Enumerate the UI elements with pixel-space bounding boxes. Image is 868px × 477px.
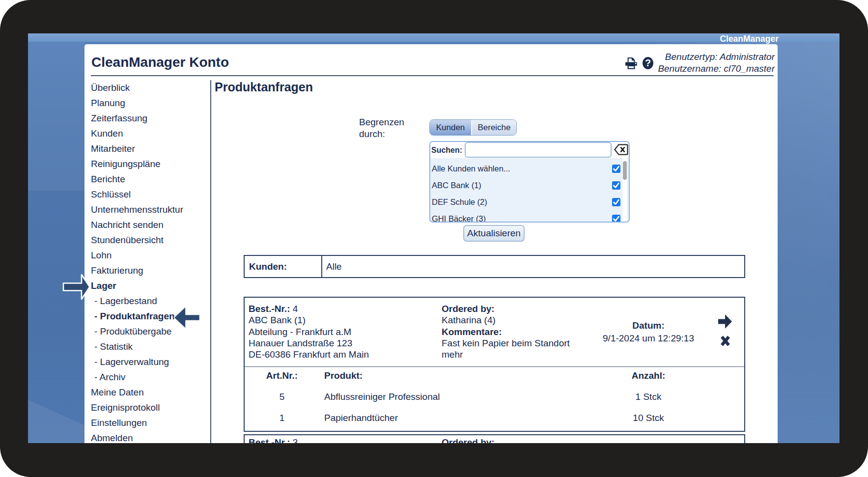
svg-text:?: ? [645,57,651,68]
